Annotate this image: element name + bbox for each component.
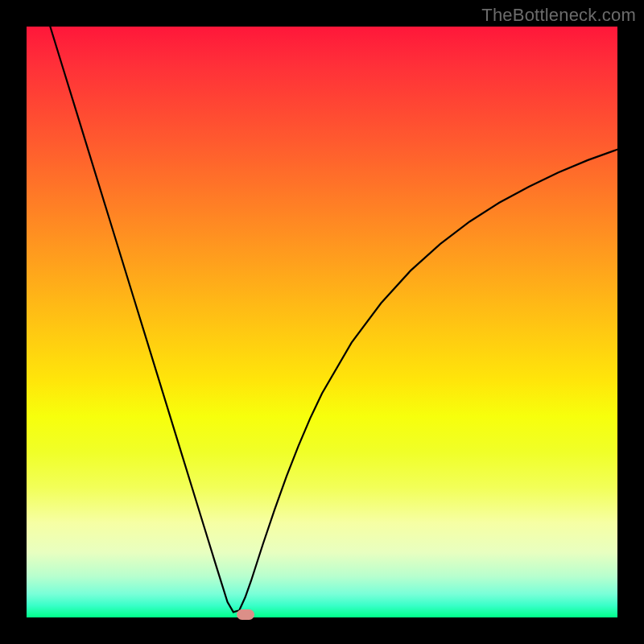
min-marker	[237, 609, 254, 620]
curve-path	[50, 27, 617, 612]
curve-svg	[27, 27, 617, 617]
watermark-text: TheBottleneck.com	[481, 5, 636, 26]
chart-frame: TheBottleneck.com	[0, 0, 644, 644]
